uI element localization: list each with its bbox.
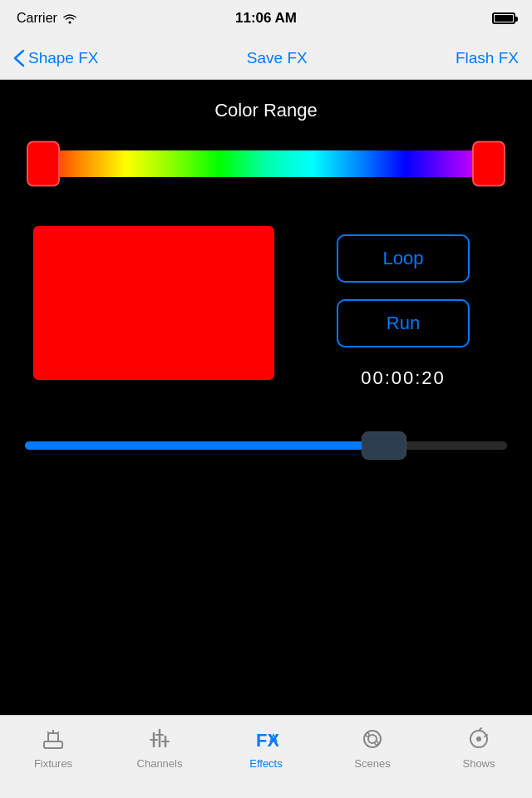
back-chevron-icon [13,49,25,67]
rainbow-slider[interactable] [33,135,499,193]
color-range-title: Color Range [0,80,532,135]
tab-bar: Fixtures Channels FX Effects [0,715,532,798]
carrier-label: Carrier [17,11,77,26]
fixtures-label: Fixtures [34,757,72,770]
flash-fx-button[interactable]: Flash FX [456,49,519,67]
battery-indicator [492,12,515,24]
rainbow-slider-left-thumb[interactable] [27,141,60,187]
channels-label: Channels [137,757,183,770]
progress-track [25,441,507,450]
svg-rect-1 [44,741,62,748]
shows-icon [464,724,494,754]
progress-fill [25,441,382,450]
progress-thumb[interactable] [362,431,406,460]
loop-button[interactable]: Loop [337,234,470,283]
tab-effects[interactable]: FX Effects [213,724,319,770]
progress-slider[interactable] [25,431,507,461]
effects-label: Effects [249,757,283,770]
run-button[interactable]: Run [337,299,470,347]
color-preview [33,226,274,380]
tab-channels[interactable]: Channels [106,724,213,770]
status-time: 11:06 AM [235,10,297,27]
fixtures-icon [38,724,68,754]
svg-point-0 [68,22,71,24]
channels-icon [145,724,175,754]
main-content: Color Range Loop Run 00:00:20 [0,80,532,715]
nav-bar: Shape FX Save FX Flash FX [0,37,532,80]
tab-shows[interactable]: Shows [426,724,532,770]
back-button[interactable]: Shape FX [13,49,99,67]
tab-scenes[interactable]: Scenes [319,724,426,770]
timer-display: 00:00:20 [361,367,446,389]
svg-point-16 [366,733,369,736]
scenes-label: Scenes [354,757,390,770]
svg-text:FX: FX [256,730,278,751]
effects-icon: FX [251,724,281,754]
tab-fixtures[interactable]: Fixtures [0,724,106,770]
save-fx-button[interactable]: Save FX [247,49,308,67]
battery-icon [492,12,515,24]
shows-label: Shows [462,757,495,770]
rainbow-slider-right-thumb[interactable] [472,141,505,187]
status-bar: Carrier 11:06 AM [0,0,532,37]
controls-row: Loop Run 00:00:20 [0,226,532,389]
scenes-icon [357,724,387,754]
buttons-column: Loop Run 00:00:20 [308,226,499,389]
rainbow-track [33,150,499,177]
svg-rect-2 [48,733,58,741]
wifi-icon [62,12,77,24]
svg-point-18 [476,736,481,741]
svg-point-17 [375,741,378,745]
